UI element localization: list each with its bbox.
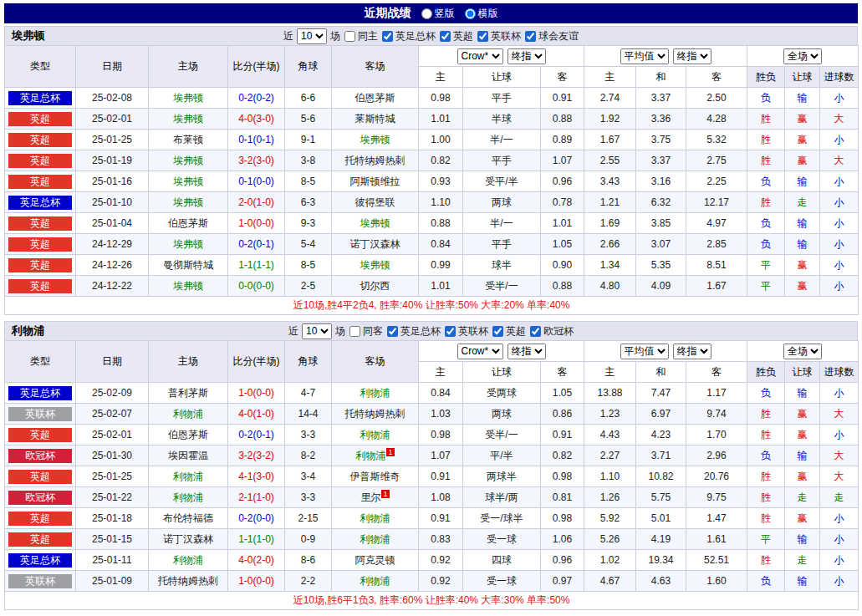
- average-select[interactable]: 平均值: [620, 48, 669, 64]
- away-team-link[interactable]: 利物浦: [332, 425, 419, 445]
- competition-checkbox[interactable]: [440, 31, 451, 42]
- bookmaker-stage-select[interactable]: 终指: [508, 344, 546, 359]
- competition-checkbox[interactable]: [477, 31, 488, 42]
- same-side-checkbox[interactable]: [344, 31, 355, 42]
- result-handicap: 走: [785, 550, 820, 571]
- score-link[interactable]: 2-0(1-0): [228, 192, 285, 213]
- away-team-link[interactable]: 切尔西: [332, 276, 419, 297]
- avg-home-odds: 2.27: [584, 445, 636, 466]
- home-team-link[interactable]: 埃因霍温: [149, 445, 228, 466]
- competition-filter[interactable]: 欧冠杯: [529, 324, 574, 339]
- away-team-link[interactable]: 托特纳姆热刺: [332, 150, 419, 171]
- competition-filter[interactable]: 英足总杯: [381, 29, 436, 43]
- scope-select[interactable]: 全场: [783, 344, 822, 359]
- score-link[interactable]: 0-1(0-0): [228, 171, 285, 192]
- layout-option-horizontal[interactable]: 横版: [465, 7, 498, 21]
- away-team-link[interactable]: 阿克灵顿: [332, 550, 419, 571]
- score-link[interactable]: 0-0(0-0): [228, 276, 285, 297]
- vertical-radio[interactable]: [421, 8, 432, 19]
- competition-checkbox[interactable]: [387, 326, 398, 337]
- away-team-link[interactable]: 埃弗顿: [332, 213, 419, 234]
- away-team-link[interactable]: 利物浦1: [332, 445, 419, 466]
- home-team-link[interactable]: 布莱顿: [149, 130, 228, 150]
- away-team-link[interactable]: 伊普斯维奇: [332, 466, 419, 487]
- horizontal-radio[interactable]: [465, 8, 476, 19]
- score-link[interactable]: 4-0(3-0): [228, 109, 285, 130]
- score-link[interactable]: 0-1(0-1): [228, 130, 285, 150]
- home-team-link[interactable]: 埃弗顿: [149, 276, 228, 297]
- competition-filter[interactable]: 英联杯: [444, 324, 488, 339]
- score-link[interactable]: 3-2(3-0): [228, 150, 285, 171]
- away-team-link[interactable]: 埃弗顿: [332, 130, 419, 150]
- score-link[interactable]: 4-0(2-0): [228, 550, 285, 571]
- same-side-filter[interactable]: 同主: [344, 29, 378, 43]
- recent-count-select[interactable]: 10: [297, 28, 327, 44]
- section-header: 埃弗顿 近 10 场 同主 英足总杯 英超 英联杯 球会友: [4, 26, 858, 45]
- competition-checkbox[interactable]: [492, 326, 503, 337]
- score-link[interactable]: 1-0(0-0): [228, 213, 285, 234]
- handicap-line: 受两球: [463, 383, 541, 404]
- same-side-filter[interactable]: 同客: [349, 324, 383, 339]
- away-team-link[interactable]: 里尔1: [332, 487, 419, 508]
- away-team-link[interactable]: 利物浦: [332, 508, 419, 529]
- score-link[interactable]: 0-2(0-1): [228, 234, 285, 255]
- home-team-link[interactable]: 托特纳姆热刺: [149, 571, 228, 592]
- home-team-link[interactable]: 利物浦: [149, 466, 228, 487]
- home-team-link[interactable]: 埃弗顿: [149, 150, 228, 171]
- away-team-link[interactable]: 利物浦: [332, 571, 419, 592]
- home-team-link[interactable]: 利物浦: [149, 487, 228, 508]
- score-link[interactable]: 1-0(0-0): [228, 383, 285, 404]
- bookmaker-select[interactable]: Crow*: [457, 344, 503, 359]
- home-team-link[interactable]: 诺丁汉森林: [149, 529, 228, 550]
- score-link[interactable]: 4-0(1-0): [228, 404, 285, 425]
- competition-checkbox[interactable]: [530, 326, 541, 337]
- competition-filter[interactable]: 英超: [439, 29, 473, 43]
- away-team-link[interactable]: 托特纳姆热刺: [332, 404, 419, 425]
- home-team-link[interactable]: 曼彻斯特城: [149, 255, 228, 276]
- score-link[interactable]: 1-0(0-0): [228, 571, 285, 592]
- average-select[interactable]: 平均值: [620, 344, 669, 359]
- same-side-checkbox[interactable]: [349, 326, 360, 337]
- away-team-link[interactable]: 阿斯顿维拉: [332, 171, 419, 192]
- home-team-link[interactable]: 伯恩茅斯: [149, 213, 228, 234]
- score-link[interactable]: 1-1(1-0): [228, 529, 285, 550]
- home-team-link[interactable]: 伯恩茅斯: [149, 425, 228, 445]
- score-link[interactable]: 0-2(0-0): [228, 508, 285, 529]
- home-team-link[interactable]: 普利茅斯: [149, 383, 228, 404]
- score-link[interactable]: 0-2(0-1): [228, 425, 285, 445]
- bookmaker-stage-select[interactable]: 终指: [508, 48, 546, 64]
- layout-option-vertical[interactable]: 竖版: [421, 7, 455, 21]
- score-link[interactable]: 2-1(1-0): [228, 487, 285, 508]
- competition-filter[interactable]: 球会友谊: [524, 29, 579, 43]
- competition-checkbox[interactable]: [382, 31, 393, 42]
- average-stage-select[interactable]: 终指: [673, 48, 712, 64]
- home-team-link[interactable]: 布伦特福德: [149, 508, 228, 529]
- score-link[interactable]: 0-2(0-2): [228, 88, 285, 109]
- competition-checkbox[interactable]: [525, 31, 536, 42]
- bookmaker-select[interactable]: Crow*: [457, 48, 503, 64]
- score-link[interactable]: 3-2(3-2): [228, 445, 285, 466]
- competition-filter[interactable]: 英超: [492, 324, 526, 339]
- away-team-link[interactable]: 埃弗顿: [332, 255, 419, 276]
- average-stage-select[interactable]: 终指: [673, 344, 712, 359]
- away-team-link[interactable]: 诺丁汉森林: [332, 234, 419, 255]
- away-team-link[interactable]: 利物浦: [332, 383, 419, 404]
- home-team-link[interactable]: 利物浦: [149, 404, 228, 425]
- competition-filter[interactable]: 英足总杯: [386, 324, 441, 339]
- away-team-link[interactable]: 彼得堡联: [332, 192, 419, 213]
- home-team-link[interactable]: 埃弗顿: [149, 109, 228, 130]
- away-team-link[interactable]: 伯恩茅斯: [332, 88, 419, 109]
- competition-filter[interactable]: 英联杯: [477, 29, 521, 43]
- competition-checkbox[interactable]: [445, 326, 456, 337]
- home-team-link[interactable]: 埃弗顿: [149, 192, 228, 213]
- home-team-link[interactable]: 利物浦: [149, 550, 228, 571]
- score-link[interactable]: 1-1(1-1): [228, 255, 285, 276]
- scope-select[interactable]: 全场: [783, 48, 822, 64]
- home-team-link[interactable]: 埃弗顿: [149, 234, 228, 255]
- score-link[interactable]: 4-1(3-0): [228, 466, 285, 487]
- recent-count-select[interactable]: 10: [302, 323, 332, 339]
- home-team-link[interactable]: 埃弗顿: [149, 88, 228, 109]
- away-team-link[interactable]: 莱斯特城: [332, 109, 419, 130]
- away-team-link[interactable]: 利物浦: [332, 529, 419, 550]
- home-team-link[interactable]: 埃弗顿: [149, 171, 228, 192]
